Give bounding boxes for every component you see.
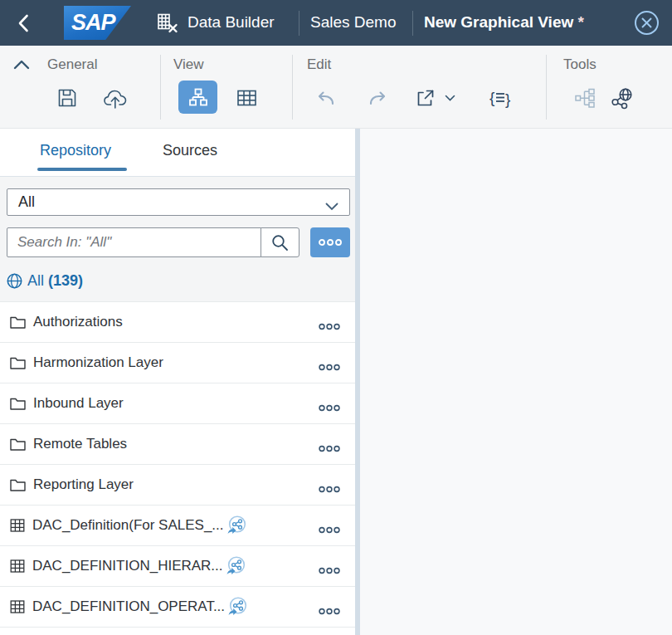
list-item[interactable]: Remote Tables <box>0 424 355 465</box>
row-overflow-icon[interactable] <box>319 319 340 326</box>
close-icon[interactable] <box>633 9 660 37</box>
list-item[interactable]: Authorizations <box>0 302 355 343</box>
list-item-label: Harmonization Layer <box>33 354 163 371</box>
list-item[interactable]: DAC_Definition(For SALES_... <box>0 506 355 546</box>
svg-text:{: { <box>489 89 495 106</box>
graphical-view-canvas[interactable] <box>360 129 672 635</box>
folder-icon <box>10 356 26 369</box>
impact-lineage-button[interactable] <box>569 82 601 114</box>
list-item-label: DAC_DEFINITION_HIERAR... <box>32 558 223 574</box>
workspace-name[interactable]: Sales Demo <box>310 13 397 32</box>
list-item[interactable]: Reporting Layer <box>0 465 355 506</box>
redo-button[interactable] <box>362 82 393 114</box>
scope-breadcrumb[interactable]: All (139) <box>6 272 83 290</box>
table-icon <box>10 599 25 614</box>
unsaved-marker: * <box>578 13 584 31</box>
table-icon <box>10 518 25 533</box>
folder-icon <box>10 315 26 329</box>
list-item-label: Reporting Layer <box>33 476 134 493</box>
row-overflow-icon[interactable] <box>319 481 340 489</box>
list-item-label: Inbound Layer <box>33 395 124 412</box>
edit-csn-button[interactable]: { } <box>485 82 516 114</box>
back-icon[interactable] <box>17 13 32 33</box>
group-label-tools: Tools <box>563 56 597 73</box>
app-window: SAP Data Builder Sales Demo New Graphica… <box>0 0 672 635</box>
dropdown-value: All <box>18 193 35 211</box>
object-list: Authorizations <box>0 301 355 628</box>
search-options-button[interactable] <box>310 227 350 257</box>
deploy-button[interactable] <box>100 82 131 114</box>
list-item-label: DAC_DEFINITION_OPERAT... <box>32 598 225 615</box>
folder-icon <box>10 437 26 451</box>
tab-sources[interactable]: Sources <box>163 142 217 159</box>
header-separator <box>412 11 413 36</box>
shared-badge <box>226 596 248 621</box>
folder-icon <box>10 397 26 410</box>
list-item-label: Remote Tables <box>33 436 127 452</box>
toolbar-divider <box>292 55 293 120</box>
globe-icon <box>6 272 23 290</box>
search-icon[interactable] <box>261 227 299 257</box>
selected-tab-underline <box>37 168 127 171</box>
group-label-view: View <box>173 56 204 73</box>
search-input[interactable] <box>7 227 261 257</box>
sap-logo: SAP <box>64 6 131 40</box>
type-filter-dropdown[interactable]: All <box>7 188 350 216</box>
header-separator <box>299 11 299 36</box>
list-item[interactable]: Inbound Layer <box>0 383 355 424</box>
table-view-button[interactable] <box>231 82 262 114</box>
undo-button[interactable] <box>310 82 342 114</box>
toolbar-divider <box>546 55 547 120</box>
toolbar-divider <box>160 55 161 120</box>
repository-filter-area: All <box>0 177 355 301</box>
row-overflow-icon[interactable] <box>319 522 340 530</box>
document-title: New Graphical View * <box>424 13 584 32</box>
shared-badge <box>225 555 246 580</box>
editor-toolbar: General View <box>0 46 672 129</box>
data-builder-icon <box>156 12 179 38</box>
list-item[interactable]: DAC_DEFINITION_OPERAT... <box>0 587 355 628</box>
app-title: Data Builder <box>187 13 275 32</box>
folder-icon <box>10 478 26 491</box>
svg-text:}: } <box>505 90 510 108</box>
row-overflow-icon[interactable] <box>319 359 340 367</box>
row-overflow-icon[interactable] <box>319 400 340 408</box>
chevron-down-icon <box>325 199 338 214</box>
row-overflow-icon[interactable] <box>319 563 340 570</box>
row-overflow-icon[interactable] <box>319 603 340 611</box>
scope-count: (139) <box>48 272 83 290</box>
list-item-label: Authorizations <box>33 314 123 330</box>
shared-badge <box>226 515 247 540</box>
list-item-label: DAC_Definition(For SALES_... <box>32 517 224 534</box>
scope-label: All <box>27 272 44 290</box>
table-icon <box>10 559 25 574</box>
panel-tabstrip: Repository Sources <box>0 129 355 177</box>
group-label-edit: Edit <box>307 56 331 73</box>
row-overflow-icon[interactable] <box>319 441 340 448</box>
tab-repository[interactable]: Repository <box>40 142 111 159</box>
group-label-general: General <box>47 56 97 73</box>
list-item[interactable]: Harmonization Layer <box>0 343 355 383</box>
data-network-button[interactable] <box>606 82 637 114</box>
export-button[interactable] <box>410 82 441 114</box>
list-item[interactable]: DAC_DEFINITION_HIERAR... <box>0 546 355 587</box>
save-button[interactable] <box>51 82 83 114</box>
diagram-view-button[interactable] <box>178 81 217 114</box>
collapse-toolbar-icon[interactable] <box>12 58 32 71</box>
top-shell-bar: SAP Data Builder Sales Demo New Graphica… <box>0 0 672 46</box>
export-menu-chevron-icon[interactable] <box>441 82 458 114</box>
